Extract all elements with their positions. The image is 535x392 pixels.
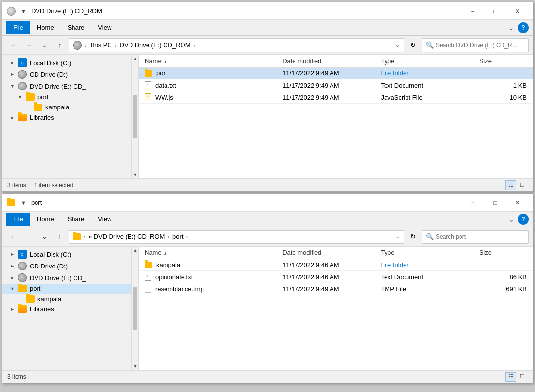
up-btn-2[interactable]: ↑ — [53, 231, 67, 243]
sidebar-item-cd-drive-d-1[interactable]: ► CD Drive (D:) — [2, 69, 138, 80]
scroll-thumb-2[interactable] — [133, 287, 137, 330]
file-table-1: Name ▲ Date modified Type Size port — [139, 55, 533, 104]
sidebar-item-libraries-2[interactable]: ► Libraries — [2, 304, 138, 314]
sidebar-item-kampala-2[interactable]: kampala — [2, 294, 138, 304]
txt-icon-data — [145, 81, 151, 89]
items-count-2: 3 items — [7, 374, 26, 380]
col-header-date-2[interactable]: Date modified — [277, 247, 375, 259]
nav-bar-1: ← → ⌄ ↑ › This PC › DVD Drive (E:) CD_RO… — [2, 36, 533, 55]
col-header-type-1[interactable]: Type — [375, 55, 473, 68]
dropdown-btn-1[interactable]: ⌄ — [37, 39, 51, 52]
addr-dropdown-2[interactable]: ⌄ — [395, 233, 400, 240]
folder-title-icon-2 — [7, 199, 15, 206]
large-icons-view-btn-2[interactable]: ☐ — [517, 372, 528, 382]
search-box-2[interactable]: 🔍 — [422, 230, 529, 244]
large-icons-view-btn-1[interactable]: ☐ — [517, 180, 528, 190]
status-bar-1: 3 items 1 item selected ☷ ☐ — [2, 178, 533, 191]
ribbon-tab-file-1[interactable]: File — [6, 21, 30, 34]
sidebar-scrollbar-2[interactable]: ▲ ▼ — [131, 247, 138, 370]
ribbon-chevron-2[interactable]: ⌄ — [504, 214, 518, 225]
folder-kampala-icon-1 — [34, 104, 42, 111]
ribbon-chevron-1[interactable]: ⌄ — [504, 22, 518, 34]
scroll-down-arrow-1[interactable]: ▼ — [132, 171, 139, 178]
back-btn-1[interactable]: ← — [6, 39, 20, 52]
expand-icon: ► — [10, 115, 15, 120]
col-header-date-1[interactable]: Date modified — [277, 55, 375, 68]
col-header-size-2[interactable]: Size — [474, 247, 533, 259]
sidebar-item-dvd-drive-e-1[interactable]: ▼ DVD Drive (E:) CD_ — [2, 80, 138, 92]
close-btn-2[interactable]: ✕ — [506, 196, 529, 210]
forward-btn-1[interactable]: → — [22, 39, 36, 52]
col-header-name-2[interactable]: Name ▲ — [139, 247, 277, 259]
search-box-1[interactable]: 🔍 — [422, 38, 529, 52]
search-input-1[interactable] — [436, 42, 524, 49]
details-view-btn-1[interactable]: ☷ — [505, 180, 516, 190]
file-row-port[interactable]: port 11/17/2022 9:49 AM File folder — [139, 68, 533, 79]
sidebar-item-port-1[interactable]: ▼ port — [2, 92, 138, 102]
addr-dropdown-1[interactable]: ⌄ — [395, 42, 400, 48]
details-view-btn-2[interactable]: ☷ — [505, 372, 516, 382]
ribbon-tab-home-2[interactable]: Home — [30, 213, 61, 226]
file-row-opinionate-txt[interactable]: opinionate.txt 11/17/2022 9:46 AM Text D… — [139, 271, 533, 283]
col-header-name-1[interactable]: Name ▲ — [139, 55, 277, 68]
folder-icon-kampala — [145, 262, 152, 268]
quick-save-btn[interactable]: ▼ — [19, 7, 28, 15]
back-btn-2[interactable]: ← — [6, 231, 20, 243]
sidebar-item-kampala-1[interactable]: kampala — [2, 102, 138, 112]
sidebar-label: Libraries — [30, 114, 54, 121]
address-bar-2[interactable]: › « DVD Drive (E:) CD_ROM › port › ⌄ — [69, 230, 404, 244]
sidebar-item-cd-drive-d-2[interactable]: ► CD Drive (D:) — [2, 260, 138, 272]
maximize-btn-1[interactable]: □ — [484, 4, 506, 18]
ribbon-help-2[interactable]: ? — [518, 214, 529, 225]
quick-save-btn-2[interactable]: ▼ — [19, 199, 28, 207]
sidebar-label: CD Drive (D:) — [30, 71, 68, 78]
search-icon-1: 🔍 — [426, 41, 434, 49]
file-row-kampala[interactable]: kampala 11/17/2022 9:46 AM File folder — [139, 259, 533, 271]
window-icon-1 — [6, 6, 16, 16]
scroll-thumb-1[interactable] — [133, 95, 137, 139]
scroll-up-arrow-1[interactable]: ▲ — [132, 55, 139, 63]
ribbon-1: File Home Share View ⌄ ? — [2, 20, 533, 36]
sidebar-item-port-2[interactable]: ▼ port — [2, 284, 138, 294]
up-btn-1[interactable]: ↑ — [53, 39, 67, 52]
selected-count-1: 1 item selected — [34, 182, 74, 189]
address-bar-1[interactable]: › This PC › DVD Drive (E:) CD_ROM › ⌄ — [69, 38, 404, 52]
sidebar-label: Local Disk (C:) — [30, 59, 71, 67]
col-header-size-1[interactable]: Size — [474, 55, 533, 68]
file-table-2: Name ▲ Date modified Type Size kampala — [139, 247, 533, 295]
dvd-drive-icon — [7, 7, 16, 16]
ribbon-2: File Home Share View ⌄ ? — [2, 212, 533, 227]
addr-part-2: DVD Drive (E:) CD_ROM — [120, 41, 191, 49]
minimize-btn-2[interactable]: − — [461, 196, 484, 210]
search-input-2[interactable] — [436, 233, 524, 240]
ribbon-tab-share-2[interactable]: Share — [61, 213, 92, 226]
scroll-track-2 — [132, 254, 138, 362]
scroll-up-arrow-2[interactable]: ▲ — [132, 247, 139, 254]
sidebar-scrollbar-1[interactable]: ▲ ▼ — [131, 55, 138, 178]
file-row-data-txt[interactable]: data.txt 11/17/2022 9:49 AM Text Documen… — [139, 79, 533, 91]
minimize-btn-1[interactable]: − — [461, 4, 484, 18]
forward-btn-2[interactable]: → — [22, 231, 36, 243]
sidebar-item-dvd-drive-e-2[interactable]: ► DVD Drive (E:) CD_ — [2, 272, 138, 284]
file-row-ww-js[interactable]: WW.js 11/17/2022 9:49 AM JavaScript File… — [139, 91, 533, 104]
ribbon-tab-share-1[interactable]: Share — [61, 21, 92, 34]
sidebar-item-local-disk-c-2[interactable]: ► C Local Disk (C:) — [2, 249, 138, 260]
close-btn-1[interactable]: ✕ — [506, 4, 529, 18]
refresh-btn-1[interactable]: ↻ — [406, 38, 420, 52]
col-header-type-2[interactable]: Type — [375, 247, 473, 259]
file-row-resemblance-tmp[interactable]: resemblance.tmp 11/17/2022 9:49 AM TMP F… — [139, 283, 533, 295]
txt-icon-opinionate — [145, 273, 151, 281]
ribbon-tab-view-2[interactable]: View — [91, 213, 118, 226]
dropdown-btn-2[interactable]: ⌄ — [37, 231, 51, 243]
maximize-btn-2[interactable]: □ — [484, 196, 506, 210]
file-row-icon: WW.js — [145, 93, 271, 101]
refresh-btn-2[interactable]: ↻ — [406, 230, 420, 244]
ribbon-help-1[interactable]: ? — [518, 22, 529, 33]
view-controls-1: ☷ ☐ — [505, 180, 528, 190]
ribbon-tab-file-2[interactable]: File — [6, 213, 30, 226]
sidebar-item-libraries-1[interactable]: ► Libraries — [2, 112, 138, 123]
scroll-down-arrow-2[interactable]: ▼ — [132, 362, 139, 370]
ribbon-tab-home-1[interactable]: Home — [30, 21, 61, 34]
ribbon-tab-view-1[interactable]: View — [91, 21, 118, 34]
sidebar-item-local-disk-c-1[interactable]: ► C Local Disk (C:) — [2, 57, 138, 69]
